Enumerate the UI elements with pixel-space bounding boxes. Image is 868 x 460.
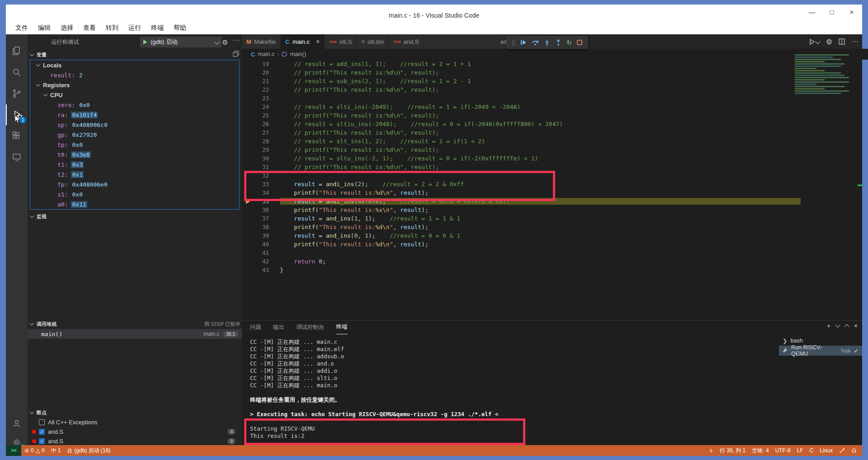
code-line[interactable]: 25 // printf("This result is:%d\n", resu… — [242, 111, 862, 120]
tab-Makefile[interactable]: MMakefile — [242, 34, 281, 49]
breakpoint-checkbox[interactable]: ✓ — [39, 438, 45, 444]
account-icon[interactable] — [6, 413, 28, 434]
panel-tab-终端[interactable]: 终端 — [336, 320, 348, 334]
code-line[interactable]: 43} — [242, 266, 862, 274]
stop-icon[interactable] — [577, 40, 582, 45]
source-control-icon[interactable] — [6, 83, 28, 104]
local-variable-row[interactable]: result:2 — [30, 70, 239, 80]
breakpoint-checkbox[interactable] — [39, 419, 45, 425]
close-panel-icon[interactable]: × — [854, 322, 858, 329]
code-line[interactable]: 28 // result = slt_ins(1, 2); //result =… — [242, 137, 862, 146]
register-row[interactable]: t1:0x3 — [30, 160, 239, 169]
breadcrumb-symbol[interactable]: main() — [290, 51, 306, 57]
maximize-button[interactable]: □ — [828, 8, 836, 16]
code-line[interactable]: 27 // printf("This result is:%d\n", resu… — [242, 128, 862, 137]
current-debug-line[interactable]: 35 result = andi_ins(0xf0f0); //result =… — [242, 197, 862, 206]
code-line[interactable]: 37 result = and_ins(1, 1); //result = 1 … — [242, 214, 862, 223]
encoding-status[interactable]: UTF-8 — [772, 445, 794, 456]
debug-session-status[interactable]: (gdb) 启动 (16) — [64, 445, 113, 456]
register-row[interactable]: a0:0x11 — [30, 199, 239, 209]
menu-item[interactable]: 编辑 — [34, 23, 55, 33]
register-row[interactable]: s1:0x0 — [30, 189, 239, 199]
register-row[interactable]: t0:0x3e8 — [30, 150, 239, 160]
breakpoint-row[interactable]: ✓and.S4 — [28, 427, 242, 437]
code-line[interactable]: 23 — [242, 94, 862, 103]
register-row[interactable]: fp:0x408006e0 — [30, 179, 239, 189]
breadcrumb-file[interactable]: main.c — [258, 51, 274, 57]
minimize-button[interactable]: — — [808, 8, 816, 16]
code-line[interactable]: 26 // result = sltiu_ins(-2048); //resul… — [242, 120, 862, 128]
code-line[interactable]: 42 return 0; — [242, 257, 862, 266]
locals-group[interactable]: Locals — [30, 60, 239, 70]
step-into-icon[interactable] — [544, 39, 550, 46]
menu-item[interactable]: 帮助 — [170, 23, 190, 33]
indentation-status[interactable]: 空格: 4 — [749, 445, 772, 456]
breadcrumb[interactable]: C main.c › main() — [242, 49, 868, 60]
toolbar-grip-icon[interactable] — [512, 39, 515, 46]
terminal-dropdown-icon[interactable] — [835, 322, 840, 327]
explorer-icon[interactable] — [6, 41, 28, 61]
notifications-bell-icon[interactable] — [848, 445, 862, 456]
problems-status[interactable]: ⊘0 △0 — [21, 445, 48, 456]
menu-item[interactable]: 选择 — [57, 23, 77, 33]
breakpoints-section-header[interactable]: 断点 — [28, 408, 245, 418]
open-panel-icon[interactable] — [233, 51, 239, 57]
close-tab-icon[interactable]: × — [316, 38, 320, 45]
debug-settings-gear-icon[interactable]: ⚙ — [222, 38, 228, 47]
code-line[interactable]: 20 // printf("This result is:%d\n", resu… — [242, 68, 862, 77]
code-line[interactable]: 22 // printf("This result is:%d\n", resu… — [242, 85, 862, 94]
extensions-icon[interactable] — [6, 126, 28, 146]
breakpoint-checkbox[interactable]: ✓ — [39, 429, 45, 435]
registers-group[interactable]: Registers — [30, 80, 239, 90]
code-line[interactable]: 24 // result = slti_ins(-2049); //result… — [242, 103, 862, 111]
tab-slti.S[interactable]: ASMslti.S — [325, 34, 357, 49]
menu-item[interactable]: 终端 — [147, 23, 168, 33]
restart-icon[interactable]: ↻ — [566, 39, 572, 46]
search-icon[interactable] — [6, 62, 28, 83]
variables-section-header[interactable]: 变量 — [28, 50, 245, 60]
bolt-icon[interactable] — [706, 445, 717, 456]
menu-item[interactable]: 转到 — [102, 23, 123, 33]
editor-more-actions-icon[interactable]: ··· — [851, 38, 859, 46]
eol-status[interactable]: LF — [794, 445, 807, 456]
stack-frame-row[interactable]: main() main.c 35:1 — [28, 329, 242, 339]
code-editor[interactable]: 19 // result = add_ins(1, 1); //result =… — [242, 60, 862, 324]
panel-tab-输出[interactable]: 输出 — [273, 320, 284, 334]
minimap[interactable] — [795, 53, 849, 117]
menu-item[interactable]: 运行 — [124, 23, 145, 33]
register-row[interactable]: sp:0x408006c0 — [30, 120, 239, 130]
code-line[interactable]: 33 result = andi_ins(2); //result = 2 = … — [242, 180, 862, 188]
register-row[interactable]: tp:0x0 — [30, 140, 239, 150]
code-line[interactable]: 29 // printf("This result is:%d\n", resu… — [242, 146, 862, 154]
terminal-session-Run RISCV-QEMU[interactable]: Run RISCV-QEMUTask✓ — [779, 346, 862, 356]
tab-slti.bin[interactable]: ≡slti.bin — [357, 34, 389, 49]
step-out-icon[interactable] — [555, 39, 561, 46]
remote-indicator[interactable]: >< — [6, 445, 21, 456]
code-line[interactable]: 32 — [242, 171, 862, 180]
continue-icon[interactable] — [520, 39, 527, 46]
code-line[interactable]: 19 // result = add_ins(1, 1); //result =… — [242, 60, 862, 68]
watch-section-header[interactable]: 监视 — [28, 211, 245, 221]
code-line[interactable]: 31 // printf("This result is:%d\n", resu… — [242, 163, 862, 171]
call-stack-section-header[interactable]: 调用堆栈 因 STEP 已暂停 — [28, 319, 245, 329]
code-line[interactable]: 36 printf("This result is:%x\n", result)… — [242, 206, 862, 214]
language-status[interactable]: C — [807, 445, 817, 456]
code-line[interactable]: 34 printf("This result is:%d\n", result)… — [242, 188, 862, 197]
code-line[interactable]: 21 // result = sub_ins(2, 1); //result =… — [242, 77, 862, 85]
terminal-output[interactable]: CC -[M] 正在构建 ... main.cCC -[M] 正在构建 ... … — [250, 338, 498, 440]
menu-item[interactable]: 查看 — [79, 23, 100, 33]
register-row[interactable]: gp:0x27920 — [30, 130, 239, 140]
menu-item[interactable]: 文件 — [11, 23, 32, 33]
code-line[interactable]: 39 result = and_ins(0, 1); //result = 0 … — [242, 231, 862, 240]
more-actions-icon[interactable]: ··· — [233, 36, 241, 43]
code-line[interactable]: 40 printf("This result is:%d\n", result)… — [242, 240, 862, 249]
run-or-debug-button[interactable] — [809, 39, 820, 45]
step-over-icon[interactable] — [532, 39, 539, 46]
os-status[interactable]: Linux — [816, 445, 836, 456]
cursor-position-status[interactable]: 行 35, 列 1 — [717, 445, 749, 456]
register-row[interactable]: t2:0x1 — [30, 169, 239, 179]
register-row[interactable]: zero:0x0 — [30, 100, 239, 110]
code-line[interactable]: 41 — [242, 249, 862, 257]
cpu-group[interactable]: CPU — [30, 90, 239, 100]
panel-tab-调试控制台[interactable]: 调试控制台 — [296, 320, 325, 334]
